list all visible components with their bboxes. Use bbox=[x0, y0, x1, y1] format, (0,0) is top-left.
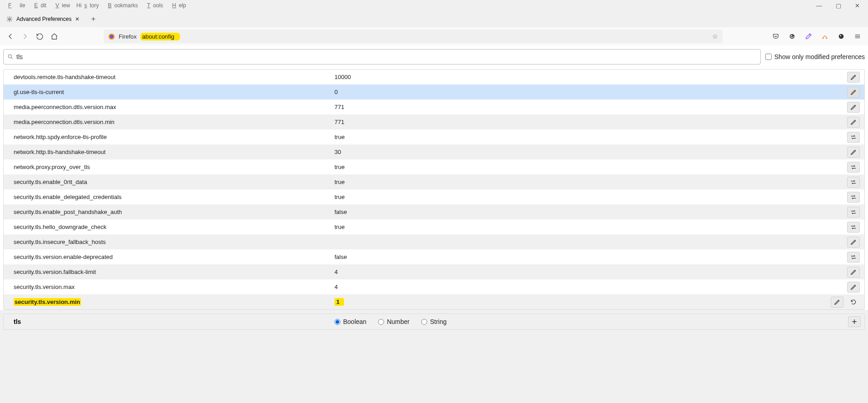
edit-button[interactable] bbox=[847, 282, 860, 293]
eyedropper-icon[interactable] bbox=[802, 30, 815, 43]
pref-row[interactable]: security.tls.enable_post_handshake_authf… bbox=[4, 204, 864, 219]
type-number[interactable]: Number bbox=[378, 318, 409, 325]
pref-row[interactable]: network.http.spdy.enforce-tls-profiletru… bbox=[4, 129, 864, 144]
pocket-icon[interactable] bbox=[769, 30, 783, 43]
pref-row[interactable]: media.peerconnection.dtls.version.min771 bbox=[4, 114, 864, 129]
minimize-button[interactable]: — bbox=[813, 1, 825, 10]
pref-row[interactable]: gl.use-tls-is-current0 bbox=[4, 85, 864, 100]
pref-value: 10000 bbox=[334, 74, 847, 80]
pref-actions bbox=[847, 162, 860, 173]
show-only-label: Show only modified preferences bbox=[774, 53, 865, 60]
tab-advanced-preferences[interactable]: Advanced Preferences ✕ bbox=[2, 11, 84, 27]
menu-file[interactable]: File bbox=[3, 1, 28, 10]
app-menu-button[interactable] bbox=[851, 30, 864, 43]
pref-row[interactable]: security.tls.version.fallback-limit4 bbox=[4, 264, 864, 279]
toggle-button[interactable] bbox=[847, 222, 860, 233]
pref-value: 30 bbox=[334, 149, 847, 155]
pref-name: security.tls.version.fallback-limit bbox=[7, 269, 334, 275]
pref-actions bbox=[847, 132, 860, 143]
pref-row[interactable]: network.proxy.proxy_over_tlstrue bbox=[4, 159, 864, 174]
menu-help[interactable]: Help bbox=[167, 1, 189, 10]
home-button[interactable] bbox=[47, 30, 61, 43]
navbar: Firefox about:config ☆ bbox=[0, 27, 868, 45]
toggle-button[interactable] bbox=[847, 207, 860, 218]
pref-row[interactable]: security.tls.hello_downgrade_checktrue bbox=[4, 219, 864, 234]
toggle-button[interactable] bbox=[847, 252, 860, 263]
edit-button[interactable] bbox=[847, 237, 860, 248]
prefs-table: devtools.remote.tls-handshake-timeout100… bbox=[3, 69, 865, 310]
show-only-modified[interactable]: Show only modified preferences bbox=[765, 53, 865, 60]
edit-button[interactable] bbox=[847, 117, 860, 128]
pref-row[interactable]: media.peerconnection.dtls.version.max771 bbox=[4, 100, 864, 114]
window-controls: — ▢ ✕ bbox=[813, 1, 865, 10]
radio-string[interactable] bbox=[421, 319, 427, 325]
pref-value: true bbox=[334, 179, 847, 185]
menu-edit[interactable]: Edit bbox=[29, 1, 49, 10]
radio-number[interactable] bbox=[378, 319, 384, 325]
edit-button[interactable] bbox=[847, 87, 860, 98]
edit-button[interactable] bbox=[847, 147, 860, 158]
show-only-checkbox[interactable] bbox=[765, 54, 772, 60]
pref-value: 1 bbox=[334, 298, 831, 306]
type-options: Boolean Number String bbox=[334, 318, 848, 325]
toggle-button[interactable] bbox=[847, 132, 860, 143]
add-button[interactable] bbox=[848, 316, 861, 327]
maximize-button[interactable]: ▢ bbox=[833, 1, 844, 10]
type-boolean[interactable]: Boolean bbox=[334, 318, 366, 325]
toggle-button[interactable] bbox=[847, 192, 860, 203]
pref-row[interactable]: security.tls.enable_0rtt_datatrue bbox=[4, 174, 864, 189]
newtab-button[interactable]: + bbox=[87, 13, 100, 25]
extension-icon-1[interactable] bbox=[818, 30, 832, 43]
pref-row[interactable]: devtools.remote.tls-handshake-timeout100… bbox=[4, 70, 864, 85]
pref-actions bbox=[847, 222, 860, 233]
pref-row[interactable]: security.tls.enable_delegated_credential… bbox=[4, 189, 864, 204]
pref-row[interactable]: security.tls.version.max4 bbox=[4, 279, 864, 294]
svg-point-2 bbox=[110, 35, 114, 38]
bookmark-star-icon[interactable]: ☆ bbox=[712, 33, 718, 40]
tab-close-button[interactable]: ✕ bbox=[75, 16, 80, 22]
radio-boolean[interactable] bbox=[334, 319, 340, 325]
edit-button[interactable] bbox=[847, 267, 860, 278]
search-input[interactable] bbox=[16, 53, 757, 60]
pref-name: network.http.spdy.enforce-tls-profile bbox=[7, 134, 334, 140]
close-button[interactable]: ✕ bbox=[852, 1, 863, 10]
pref-row[interactable]: security.tls.insecure_fallback_hosts bbox=[4, 234, 864, 249]
menu-bookmarks[interactable]: Bookmarks bbox=[102, 1, 140, 10]
type-string[interactable]: String bbox=[421, 318, 447, 325]
menu-history[interactable]: History bbox=[74, 1, 101, 10]
pref-value: false bbox=[334, 209, 847, 215]
extension-icon-2[interactable] bbox=[834, 30, 848, 43]
pref-row[interactable]: security.tls.version.enable-deprecatedfa… bbox=[4, 249, 864, 264]
toggle-button[interactable] bbox=[847, 162, 860, 173]
reload-button[interactable] bbox=[33, 30, 46, 43]
toggle-button[interactable] bbox=[847, 177, 860, 188]
pref-value: 771 bbox=[334, 104, 847, 110]
pref-name: security.tls.insecure_fallback_hosts bbox=[7, 239, 334, 245]
pref-name: security.tls.enable_delegated_credential… bbox=[7, 194, 334, 200]
pref-row[interactable]: security.tls.version.min1 bbox=[4, 294, 864, 309]
firefox-icon bbox=[108, 33, 115, 40]
pref-name: media.peerconnection.dtls.version.max bbox=[7, 104, 334, 110]
menu-tools[interactable]: Tools bbox=[141, 1, 165, 10]
urlbar[interactable]: Firefox about:config ☆ bbox=[104, 30, 723, 43]
menu-view[interactable]: View bbox=[50, 1, 73, 10]
forward-button[interactable] bbox=[18, 30, 32, 43]
pref-value: true bbox=[334, 224, 847, 230]
pref-row[interactable]: network.http.tls-handshake-timeout30 bbox=[4, 144, 864, 159]
pref-value: 4 bbox=[334, 284, 847, 290]
add-bar: tls Boolean Number String bbox=[3, 313, 865, 330]
edit-button[interactable] bbox=[847, 102, 860, 113]
pref-value: 0 bbox=[334, 89, 847, 95]
grammarly-icon[interactable] bbox=[785, 30, 799, 43]
back-button[interactable] bbox=[4, 30, 17, 43]
svg-point-4 bbox=[823, 38, 823, 39]
reset-button[interactable] bbox=[847, 297, 860, 308]
pref-name: security.tls.enable_post_handshake_auth bbox=[7, 209, 334, 215]
svg-point-6 bbox=[839, 34, 844, 39]
svg-point-0 bbox=[9, 18, 10, 20]
search-box[interactable] bbox=[3, 49, 761, 65]
pref-name: devtools.remote.tls-handshake-timeout bbox=[7, 74, 334, 80]
pref-actions bbox=[847, 267, 860, 278]
edit-button[interactable] bbox=[831, 297, 843, 308]
edit-button[interactable] bbox=[847, 72, 860, 83]
